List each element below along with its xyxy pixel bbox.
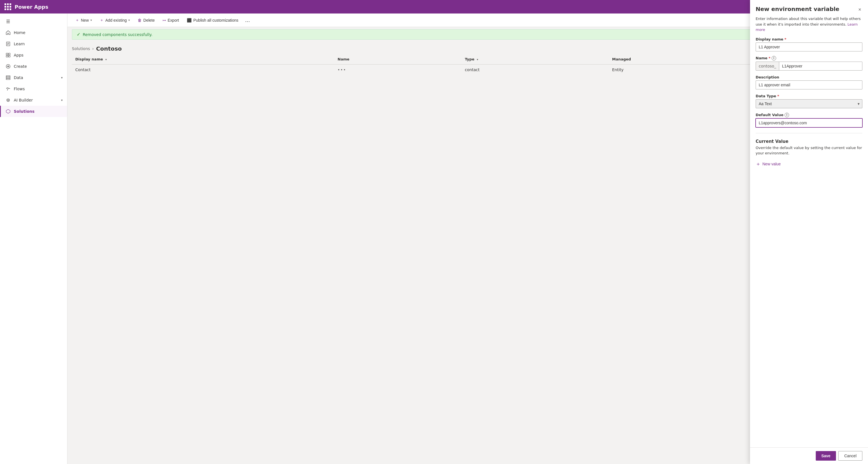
col-name: Name	[334, 54, 462, 64]
plus-icon: ＋	[75, 18, 79, 23]
col-display-name[interactable]: Display name ▾	[72, 54, 334, 64]
svg-rect-6	[6, 55, 8, 57]
add-existing-dropdown-icon: ▾	[128, 19, 130, 22]
display-name-input[interactable]	[756, 42, 862, 52]
row-more-icon[interactable]: •••	[338, 67, 346, 72]
panel-description: Enter information about this variable th…	[750, 14, 868, 33]
current-value-title: Current Value	[756, 139, 862, 144]
name-field-row: contoso_	[756, 62, 862, 70]
flows-icon	[5, 86, 11, 92]
cell-display-name: Contact	[72, 64, 334, 75]
svg-point-14	[7, 99, 9, 102]
default-value-label: Default Value i	[756, 113, 862, 117]
delete-icon: 🗑	[137, 18, 142, 23]
main-content: ＋ New ▾ ＋ Add existing ▾ 🗑 Delete ↦ Expo…	[67, 13, 868, 464]
name-prefix: contoso_	[756, 62, 779, 70]
new-button[interactable]: ＋ New ▾	[72, 16, 95, 25]
description-field: Description	[756, 75, 862, 89]
delete-button[interactable]: 🗑 Delete	[134, 16, 158, 24]
default-value-info-icon[interactable]: i	[784, 113, 789, 117]
ai-builder-icon	[5, 97, 11, 103]
name-label: Name * i	[756, 56, 862, 60]
cell-name: contact	[462, 64, 609, 75]
app-title: Power Apps	[14, 4, 48, 10]
hamburger-icon: ☰	[5, 19, 11, 24]
table-area: Display name ▾ Name Type ▾ Managed	[67, 54, 868, 464]
add-existing-icon: ＋	[100, 18, 104, 23]
main-layout: ☰ Home Learn Apps Create	[0, 13, 868, 464]
learn-icon	[5, 41, 11, 47]
publish-button[interactable]: ⬛ Publish all customizations	[183, 16, 242, 24]
more-button[interactable]: ...	[243, 16, 252, 24]
default-value-input[interactable]	[756, 118, 862, 127]
col-type[interactable]: Type ▾	[462, 54, 609, 64]
svg-rect-4	[6, 53, 8, 55]
display-name-label: Display name *	[756, 37, 862, 41]
save-button[interactable]: Save	[816, 451, 836, 461]
home-icon	[5, 30, 11, 35]
add-existing-button[interactable]: ＋ Add existing ▾	[96, 16, 133, 25]
default-value-field: Default Value i	[756, 113, 862, 127]
solutions-icon	[5, 109, 11, 114]
sidebar-collapse-btn[interactable]: ☰	[0, 16, 67, 27]
cancel-button[interactable]: Cancel	[838, 451, 862, 461]
breadcrumb-solutions[interactable]: Solutions	[72, 47, 90, 51]
sidebar-item-label: Solutions	[14, 109, 35, 114]
required-star: *	[784, 37, 786, 41]
name-field: Name * i contoso_	[756, 56, 862, 70]
svg-marker-16	[6, 109, 10, 113]
data-type-select-wrapper: Aa Text Number Boolean JSON Data source …	[756, 99, 862, 108]
ai-expand-icon: ▾	[61, 98, 63, 102]
publish-icon: ⬛	[187, 18, 192, 23]
sidebar-item-label: AI Builder	[14, 98, 33, 103]
panel-close-button[interactable]: ×	[857, 6, 862, 14]
name-suffix-input[interactable]	[779, 62, 862, 70]
data-expand-icon: ▾	[61, 76, 63, 80]
current-value-description: Override the default value by setting th…	[756, 145, 862, 156]
breadcrumb-separator: ›	[92, 47, 94, 51]
new-value-button[interactable]: ＋ New value	[756, 160, 781, 169]
data-type-label: Data Type *	[756, 94, 862, 98]
sidebar-item-label: Learn	[14, 41, 25, 46]
section-divider	[756, 133, 862, 133]
cell-more[interactable]: •••	[334, 64, 462, 75]
data-type-field: Data Type * Aa Text Number Boolean JSON …	[756, 94, 862, 108]
data-type-select[interactable]: Aa Text Number Boolean JSON Data source …	[756, 99, 862, 108]
name-info-icon[interactable]: i	[772, 56, 776, 60]
svg-rect-7	[8, 55, 10, 57]
apps-icon	[5, 52, 11, 58]
svg-rect-12	[6, 77, 10, 78]
panel-title: New environment variable	[756, 6, 839, 12]
panel-body: Display name * Name * i contoso_	[750, 33, 868, 448]
data-icon	[5, 75, 11, 81]
success-message: Removed components successfully.	[83, 32, 152, 37]
description-input[interactable]	[756, 81, 862, 89]
sidebar: ☰ Home Learn Apps Create	[0, 13, 67, 464]
solutions-table: Display name ▾ Name Type ▾ Managed	[72, 54, 864, 75]
waffle-menu[interactable]	[4, 3, 11, 10]
sort-icon: ▾	[105, 58, 107, 61]
svg-rect-11	[6, 76, 10, 77]
sidebar-item-data[interactable]: Data ▾	[0, 72, 67, 83]
sidebar-item-label: Flows	[14, 87, 25, 91]
panel-header: New environment variable ×	[750, 0, 868, 14]
topbar: Power Apps 🌐 Environment Contoso	[0, 0, 868, 13]
new-dropdown-icon: ▾	[90, 19, 92, 22]
sidebar-item-label: Apps	[14, 53, 24, 57]
sidebar-item-create[interactable]: Create	[0, 61, 67, 72]
export-button[interactable]: ↦ Export	[159, 16, 182, 24]
svg-point-15	[8, 99, 9, 101]
sidebar-item-learn[interactable]: Learn	[0, 38, 67, 50]
sidebar-item-home[interactable]: Home	[0, 27, 67, 38]
sidebar-item-solutions[interactable]: Solutions	[0, 106, 67, 117]
required-star: *	[777, 94, 779, 98]
sidebar-item-ai-builder[interactable]: AI Builder ▾	[0, 94, 67, 106]
breadcrumb: Solutions › Contoso	[67, 42, 868, 54]
panel-footer: Save Cancel	[750, 447, 868, 464]
create-icon	[5, 63, 11, 69]
table-row: Contact ••• contact Entity 🔒	[72, 64, 864, 75]
display-name-field: Display name *	[756, 37, 862, 52]
sidebar-item-label: Create	[14, 64, 27, 68]
sidebar-item-apps[interactable]: Apps	[0, 50, 67, 61]
sidebar-item-flows[interactable]: Flows	[0, 83, 67, 94]
